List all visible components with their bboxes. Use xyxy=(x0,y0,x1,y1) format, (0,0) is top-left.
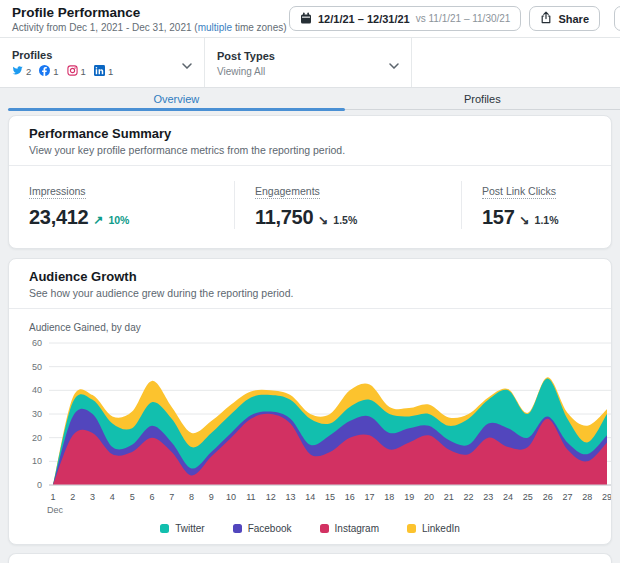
svg-text:11: 11 xyxy=(246,492,255,502)
metric-value: 23,412 xyxy=(29,206,88,229)
svg-text:28: 28 xyxy=(582,492,592,502)
svg-text:22: 22 xyxy=(463,492,473,502)
post-types-filter[interactable]: Post Types Viewing All xyxy=(205,38,412,87)
tab-profiles[interactable]: Profiles xyxy=(345,88,620,109)
partial-button[interactable] xyxy=(614,6,620,31)
facebook-icon xyxy=(39,65,50,78)
svg-text:4: 4 xyxy=(110,492,115,502)
linkedin-icon xyxy=(94,65,105,78)
chart-legend: TwitterFacebookInstagramLinkedIn xyxy=(9,519,611,544)
legend-swatch xyxy=(320,524,329,533)
svg-text:13: 13 xyxy=(285,492,295,502)
twitter-icon xyxy=(12,65,23,78)
page-subtitle: Activity from Dec 1, 2021 - Dec 31, 2021… xyxy=(12,22,287,33)
legend-label: Instagram xyxy=(335,523,379,534)
linkedin-count: 1 xyxy=(94,65,113,78)
audience-growth-title: Audience Growth xyxy=(29,269,591,284)
metric-engagements: Engagements 11,750 ↘ 1.5% xyxy=(234,181,461,229)
calendar-icon xyxy=(300,12,312,26)
svg-text:29: 29 xyxy=(602,492,612,502)
svg-text:3: 3 xyxy=(90,492,95,502)
svg-text:Dec: Dec xyxy=(47,505,64,515)
svg-text:60: 60 xyxy=(32,338,42,348)
svg-text:6: 6 xyxy=(149,492,154,502)
legend-swatch xyxy=(160,524,169,533)
svg-text:50: 50 xyxy=(32,362,42,372)
svg-text:20: 20 xyxy=(32,433,42,443)
metric-value: 11,750 xyxy=(255,206,313,229)
svg-text:9: 9 xyxy=(209,492,214,502)
metric-value: 157 xyxy=(482,206,514,229)
chevron-down-icon xyxy=(389,55,399,73)
header-titles: Profile Performance Activity from Dec 1,… xyxy=(12,5,287,33)
audience-growth-chart[interactable]: 0102030405060123456789101112131415161718… xyxy=(9,333,612,519)
svg-text:1: 1 xyxy=(50,492,55,502)
trend-down-icon: ↘ xyxy=(318,213,328,227)
legend-item-facebook[interactable]: Facebook xyxy=(233,523,292,534)
facebook-count: 1 xyxy=(39,65,58,78)
svg-text:12: 12 xyxy=(266,492,276,502)
chart-caption: Audience Gained, by day xyxy=(9,309,611,333)
svg-text:0: 0 xyxy=(37,480,42,490)
audience-growth-header: Audience Growth See how your audience gr… xyxy=(9,259,611,309)
metric-impressions: Impressions 23,412 ↗ 10% xyxy=(9,181,234,229)
performance-summary-title: Performance Summary xyxy=(29,126,591,141)
svg-text:23: 23 xyxy=(483,492,493,502)
multiple-timezones-link[interactable]: multiple xyxy=(198,22,232,33)
share-button[interactable]: Share xyxy=(529,6,600,31)
svg-text:26: 26 xyxy=(543,492,553,502)
metric-delta: 10% xyxy=(108,214,129,226)
svg-text:25: 25 xyxy=(523,492,533,502)
svg-text:17: 17 xyxy=(365,492,375,502)
legend-label: Facebook xyxy=(248,523,292,534)
svg-text:7: 7 xyxy=(169,492,174,502)
page-title: Profile Performance xyxy=(12,5,287,20)
date-range-label: 12/1/21 – 12/31/21 xyxy=(318,13,410,25)
svg-text:18: 18 xyxy=(384,492,394,502)
metrics-row: Impressions 23,412 ↗ 10% Engagements 11,… xyxy=(9,166,611,248)
svg-text:40: 40 xyxy=(32,385,42,395)
instagram-count: 1 xyxy=(67,65,86,78)
legend-item-twitter[interactable]: Twitter xyxy=(160,523,204,534)
svg-text:10: 10 xyxy=(226,492,236,502)
audience-growth-subtitle: See how your audience grew during the re… xyxy=(29,287,591,299)
profile-network-counts: 2 1 1 1 xyxy=(12,65,113,78)
date-compare-label: vs 11/1/21 – 11/30/21 xyxy=(416,13,511,24)
filter-bar: Profiles 2 1 1 1 xyxy=(0,38,620,88)
svg-text:30: 30 xyxy=(32,409,42,419)
svg-text:10: 10 xyxy=(32,456,42,466)
date-range-button[interactable]: 12/1/21 – 12/31/21 vs 11/1/21 – 11/30/21 xyxy=(289,6,521,31)
metric-label[interactable]: Impressions xyxy=(29,185,86,199)
svg-text:27: 27 xyxy=(562,492,572,502)
share-label: Share xyxy=(558,13,589,25)
legend-label: Twitter xyxy=(175,523,204,534)
svg-text:8: 8 xyxy=(189,492,194,502)
share-icon xyxy=(540,11,552,26)
trend-up-icon: ↗ xyxy=(93,213,103,227)
svg-text:21: 21 xyxy=(444,492,454,502)
legend-item-instagram[interactable]: Instagram xyxy=(320,523,379,534)
twitter-count: 2 xyxy=(12,65,31,78)
trend-down-icon: ↘ xyxy=(519,213,529,227)
legend-swatch xyxy=(407,524,416,533)
svg-text:19: 19 xyxy=(404,492,414,502)
performance-summary-subtitle: View your key profile performance metric… xyxy=(29,144,591,156)
legend-item-linkedin[interactable]: LinkedIn xyxy=(407,523,460,534)
svg-text:20: 20 xyxy=(424,492,434,502)
report-tabs: Overview Profiles xyxy=(8,88,620,110)
metric-delta: 1.1% xyxy=(535,214,559,226)
svg-text:5: 5 xyxy=(130,492,135,502)
profiles-filter-label: Profiles xyxy=(12,49,113,62)
legend-label: LinkedIn xyxy=(422,523,460,534)
metric-label[interactable]: Engagements xyxy=(255,185,320,199)
svg-text:15: 15 xyxy=(325,492,335,502)
page-header: Profile Performance Activity from Dec 1,… xyxy=(0,0,620,38)
tab-overview[interactable]: Overview xyxy=(8,88,345,109)
profiles-filter[interactable]: Profiles 2 1 1 1 xyxy=(0,38,205,87)
post-types-filter-label: Post Types xyxy=(217,50,275,63)
svg-text:2: 2 xyxy=(70,492,75,502)
metric-post-link-clicks: Post Link Clicks 157 ↘ 1.1% xyxy=(461,181,611,229)
svg-text:14: 14 xyxy=(305,492,315,502)
metric-label[interactable]: Post Link Clicks xyxy=(482,185,556,199)
metric-delta: 1.5% xyxy=(333,214,357,226)
